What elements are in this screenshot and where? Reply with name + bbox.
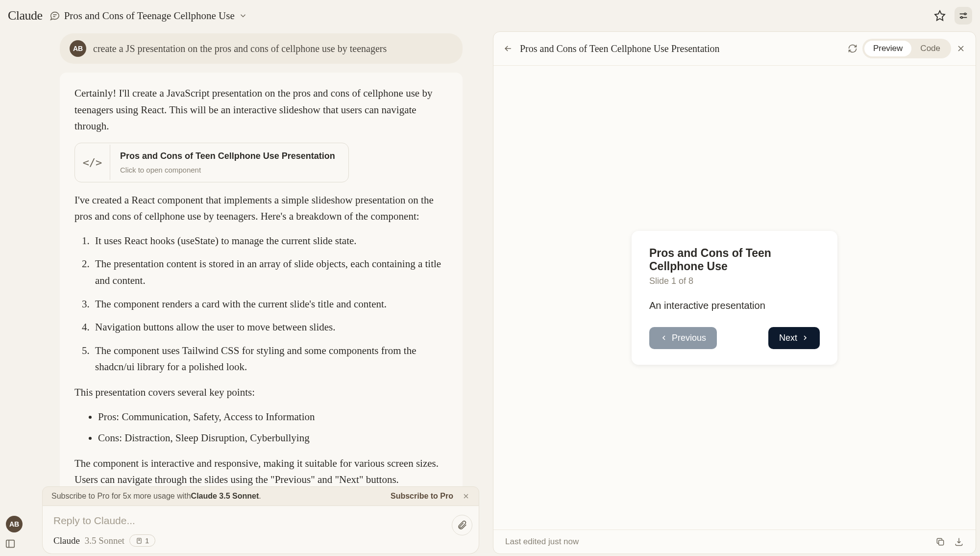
chevron-left-icon: [660, 334, 668, 342]
svg-point-1: [961, 17, 963, 19]
attach-button[interactable]: [452, 515, 472, 535]
download-icon[interactable]: [954, 537, 964, 547]
artifact-footer: Last edited just now: [493, 530, 976, 554]
artifact-header: Pros and Cons of Teen Cellphone Use Pres…: [493, 32, 976, 66]
previous-button[interactable]: Previous: [649, 327, 717, 349]
chat-icon: [49, 10, 60, 21]
artifact-card-title: Pros and Cons of Teen Cellphone Use Pres…: [120, 149, 335, 163]
svg-rect-3: [939, 540, 944, 545]
user-message-text: create a JS presentation on the pros and…: [93, 43, 387, 54]
chat-pane: AB create a JS presentation on the pros …: [4, 31, 489, 554]
key-points-intro: This presentation covers several key poi…: [74, 384, 448, 401]
refresh-icon[interactable]: [848, 44, 858, 53]
paperclip-icon: [457, 520, 467, 531]
back-arrow-icon[interactable]: [503, 44, 513, 53]
message-input[interactable]: Reply to Claude... Claude 3.5 Sonnet 1: [42, 506, 479, 554]
input-area: AB Subscribe to Pro for 5x more usage wi…: [42, 486, 479, 554]
close-icon[interactable]: [956, 44, 966, 53]
slide-counter: Slide 1 of 8: [649, 276, 820, 286]
star-icon: [934, 10, 946, 22]
list-item: Cons: Distraction, Sleep Disruption, Cyb…: [98, 430, 448, 447]
last-edited-text: Last edited just now: [505, 537, 579, 547]
model-name[interactable]: Claude: [53, 535, 80, 546]
assistant-message: Certainly! I'll create a JavaScript pres…: [60, 73, 463, 509]
user-avatar: AB: [70, 40, 86, 57]
artifact-panel: Pros and Cons of Teen Cellphone Use Pres…: [493, 31, 976, 554]
svg-rect-4: [6, 540, 15, 548]
settings-button[interactable]: [955, 7, 972, 25]
list-item: The component renders a card with the cu…: [92, 296, 448, 313]
preview-tab[interactable]: Preview: [864, 41, 911, 56]
subscribe-link[interactable]: Subscribe to Pro: [391, 492, 453, 501]
list-item: Pros: Communication, Safety, Access to I…: [98, 409, 448, 426]
next-button[interactable]: Next: [768, 327, 820, 349]
list-item: The presentation content is stored in an…: [92, 256, 448, 289]
artifact-card[interactable]: </> Pros and Cons of Teen Cellphone Use …: [74, 143, 349, 182]
input-placeholder: Reply to Claude...: [53, 515, 468, 527]
svg-point-0: [964, 13, 966, 15]
attachment-icon: [136, 537, 143, 544]
slide-content: An interactive presentation: [649, 300, 820, 311]
input-avatar: AB: [6, 516, 23, 532]
list-item: It uses React hooks (useState) to manage…: [92, 233, 448, 250]
artifact-card-subtitle: Click to open component: [120, 164, 335, 176]
banner-close-button[interactable]: [462, 492, 470, 500]
breakdown-list: It uses React hooks (useState) to manage…: [74, 233, 448, 376]
slide-card: Pros and Cons of Teen Cellphone Use Slid…: [632, 231, 837, 365]
chevron-down-icon: [239, 11, 247, 20]
attachment-chip[interactable]: 1: [129, 534, 155, 547]
banner-bold: Claude 3.5 Sonnet: [191, 492, 259, 501]
code-icon: </>: [75, 145, 110, 180]
key-points-list: Pros: Communication, Safety, Access to I…: [74, 409, 448, 447]
banner-suffix: .: [259, 492, 261, 501]
app-logo[interactable]: Claude: [8, 8, 43, 23]
close-icon: [462, 492, 470, 500]
sidebar-toggle[interactable]: [5, 538, 16, 549]
view-toggle: Preview Code: [862, 39, 951, 58]
banner-prefix: Subscribe to Pro for 5x more usage with: [51, 492, 191, 501]
code-tab[interactable]: Code: [911, 41, 949, 56]
app-header: Claude Pros and Cons of Teenage Cellphon…: [0, 0, 980, 31]
chevron-right-icon: [801, 334, 809, 342]
chat-title-group[interactable]: Pros and Cons of Teenage Cellphone Use: [49, 10, 247, 22]
assistant-after-artifact: I've created a React component that impl…: [74, 192, 448, 225]
list-item: Navigation buttons allow the user to mov…: [92, 319, 448, 336]
star-button[interactable]: [931, 7, 949, 25]
artifact-panel-title: Pros and Cons of Teen Cellphone Use Pres…: [520, 43, 720, 54]
slide-title: Pros and Cons of Teen Cellphone Use: [649, 247, 820, 273]
assistant-intro: Certainly! I'll create a JavaScript pres…: [74, 85, 448, 135]
list-item: The component uses Tailwind CSS for styl…: [92, 343, 448, 376]
assistant-outro: The component is interactive and respons…: [74, 455, 448, 488]
model-version: 3.5 Sonnet: [85, 535, 124, 546]
sliders-icon: [958, 10, 969, 21]
artifact-preview: Pros and Cons of Teen Cellphone Use Slid…: [493, 66, 976, 530]
subscribe-banner: Subscribe to Pro for 5x more usage with …: [42, 486, 479, 506]
chat-title: Pros and Cons of Teenage Cellphone Use: [64, 10, 235, 22]
copy-icon[interactable]: [935, 537, 945, 547]
sidebar-icon: [5, 538, 16, 549]
user-message: AB create a JS presentation on the pros …: [60, 33, 463, 64]
